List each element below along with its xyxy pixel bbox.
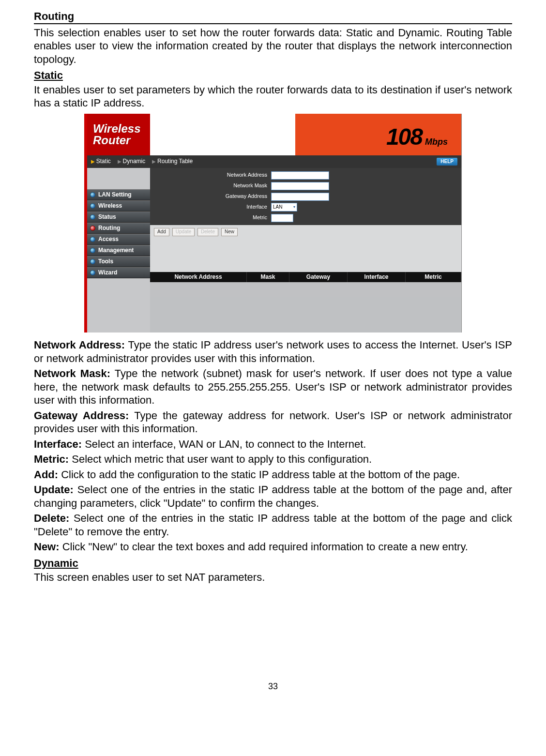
bullet-icon (90, 192, 95, 197)
metric-input[interactable] (271, 214, 293, 222)
sidebar-item-wizard[interactable]: Wizard (87, 267, 150, 278)
static-subtitle: Static (34, 69, 512, 82)
gateway-address-input[interactable] (271, 193, 329, 201)
bullet-icon (90, 203, 95, 209)
bullet-icon (90, 270, 95, 275)
sidebar: LAN Setting Wireless Status Routing Acce… (87, 168, 150, 333)
th-interface: Interface (348, 272, 406, 282)
sidebar-item-label: LAN Setting (98, 191, 132, 198)
desc-update: Update: Select one of the entries in the… (34, 483, 512, 510)
desc-text: Select one of the entries in the static … (34, 512, 512, 538)
spacer (150, 239, 461, 272)
page-number: 33 (34, 681, 512, 692)
desc-label: Interface: (34, 438, 82, 450)
router-screenshot: Wireless Router 108 Mbps Static Dynamic … (84, 114, 462, 333)
desc-text: Click "New" to clear the text boxes and … (60, 541, 468, 553)
sidebar-item-label: Routing (98, 225, 120, 232)
sidebar-item-access[interactable]: Access (87, 234, 150, 245)
interface-select[interactable]: LAN ▾ (271, 203, 297, 212)
desc-label: Gateway Address: (34, 409, 129, 422)
delete-button[interactable]: Delete (197, 228, 218, 236)
bullet-icon (90, 259, 95, 264)
main-panel: Network Address Network Mask Gateway Add… (150, 168, 461, 333)
speed-unit: Mbps (425, 136, 448, 148)
desc-gateway-address: Gateway Address: Type the gateway addres… (34, 409, 512, 436)
logo-line1: Wireless (93, 123, 141, 135)
desc-delete: Delete: Select one of the entries in the… (34, 512, 512, 538)
desc-metric: Metric: Select which metric that user wa… (34, 453, 512, 466)
tab-static[interactable]: Static (91, 158, 111, 165)
desc-text: Select which metric that user want to ap… (69, 453, 372, 465)
desc-label: Update: (34, 484, 74, 496)
desc-label: Metric: (34, 453, 69, 465)
sidebar-item-label: Tools (98, 258, 113, 265)
network-mask-label: Network Mask (150, 182, 271, 189)
th-network-address: Network Address (150, 272, 247, 282)
logo-line2: Router (93, 135, 141, 146)
sidebar-item-management[interactable]: Management (87, 245, 150, 256)
th-gateway: Gateway (289, 272, 348, 282)
network-address-label: Network Address (150, 172, 271, 179)
desc-add: Add: Click to add the configuration to t… (34, 468, 512, 482)
tab-dynamic[interactable]: Dynamic (118, 158, 145, 165)
sidebar-item-label: Access (98, 236, 119, 243)
sidebar-item-label: Wizard (98, 269, 117, 276)
sidebar-item-routing[interactable]: Routing (87, 223, 150, 234)
desc-new: New: Click "New" to clear the text boxes… (34, 540, 512, 554)
routing-table-header: Network Address Mask Gateway Interface M… (150, 272, 461, 282)
update-button[interactable]: Update (172, 228, 195, 236)
router-header: Wireless Router 108 Mbps (87, 114, 461, 155)
tab-bar: Static Dynamic Routing Table HELP (87, 155, 461, 168)
gateway-address-label: Gateway Address (150, 193, 271, 200)
sidebar-item-lan-setting[interactable]: LAN Setting (87, 189, 150, 200)
sidebar-item-tools[interactable]: Tools (87, 256, 150, 267)
chevron-down-icon: ▾ (293, 205, 295, 210)
bullet-icon (90, 237, 95, 242)
desc-text: Select one of the entries in the static … (34, 484, 512, 509)
sidebar-item-status[interactable]: Status (87, 212, 150, 223)
sidebar-item-label: Management (98, 247, 134, 254)
desc-network-mask: Network Mask: Type the network (subnet) … (34, 367, 512, 407)
dynamic-subtitle: Dynamic (34, 557, 512, 570)
new-button[interactable]: New (221, 228, 238, 236)
sidebar-item-label: Status (98, 213, 116, 221)
th-mask: Mask (247, 272, 289, 282)
desc-network-address: Network Address: Type the static IP addr… (34, 338, 512, 365)
bullet-icon (90, 248, 95, 253)
desc-interface: Interface: Select an interface, WAN or L… (34, 438, 512, 451)
th-metric: Metric (406, 272, 461, 282)
router-logo: Wireless Router (87, 123, 141, 146)
speed-number: 108 (386, 122, 422, 151)
metric-label: Metric (150, 214, 271, 221)
static-intro: It enables user to set parameters by whi… (34, 83, 512, 110)
desc-label: Delete: (34, 512, 69, 524)
routing-intro: This selection enables user to set how t… (34, 26, 512, 66)
interface-label: Interface (150, 204, 271, 211)
bullet-icon (90, 226, 95, 231)
desc-label: New: (34, 541, 60, 553)
desc-text: Click to add the configuration to the st… (58, 469, 460, 481)
desc-label: Network Address: (34, 339, 125, 351)
network-mask-input[interactable] (271, 182, 329, 190)
help-button[interactable]: HELP (437, 158, 457, 166)
network-address-input[interactable] (271, 171, 329, 180)
interface-value: LAN (273, 204, 282, 211)
sidebar-item-label: Wireless (98, 202, 122, 210)
tab-routing-table[interactable]: Routing Table (152, 158, 193, 165)
button-row: Add Update Delete New (150, 225, 461, 239)
desc-label: Add: (34, 469, 58, 481)
bullet-icon (90, 214, 95, 220)
sidebar-item-wireless[interactable]: Wireless (87, 200, 150, 212)
add-button[interactable]: Add (154, 228, 169, 236)
dynamic-intro: This screen enables user to set NAT para… (34, 571, 512, 584)
desc-text: Select an interface, WAN or LAN, to conn… (82, 438, 366, 450)
table-body-empty (150, 282, 461, 297)
section-title-routing: Routing (34, 10, 512, 24)
desc-label: Network Mask: (34, 367, 110, 379)
speed-badge: 108 Mbps (386, 122, 448, 151)
